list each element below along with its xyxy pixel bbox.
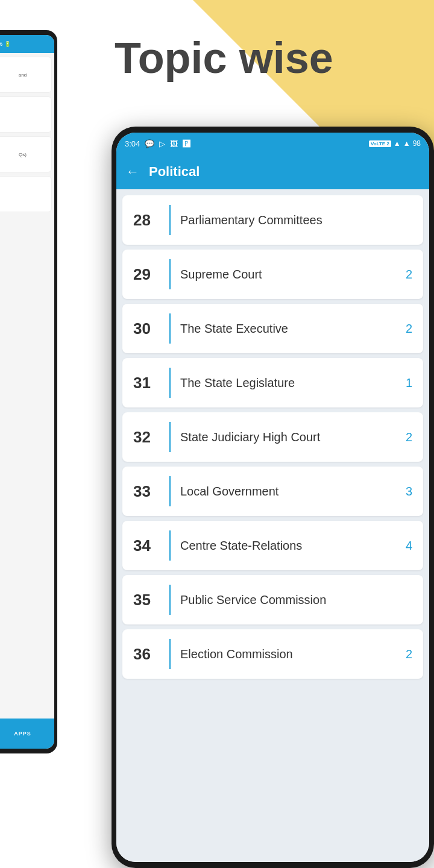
app-bar: ← Political: [116, 154, 429, 189]
left-phone-status-bar: 8% 🔋: [0, 35, 54, 53]
time-display: 3:04: [125, 139, 140, 148]
back-button[interactable]: ←: [126, 164, 139, 180]
list-item[interactable]: 30The State Executive2: [122, 304, 423, 353]
item-count: 4: [406, 539, 412, 553]
item-title: Local Government: [180, 485, 406, 498]
main-phone-screen: 3:04 💬 ▷ 🖼 🅿 VoLTE 2 ▲ ▲ 98 ← Political …: [116, 133, 429, 862]
item-title: Supreme Court: [180, 268, 406, 281]
item-divider: [169, 639, 171, 669]
item-divider: [169, 368, 171, 398]
status-bar-left: 3:04 💬 ▷ 🖼 🅿: [125, 139, 190, 148]
list-item[interactable]: 35Public Service Commission: [122, 575, 423, 624]
item-title: State Judiciary High Court: [180, 430, 406, 444]
left-phone-screen: 8% 🔋 and Qs) APPS: [0, 35, 54, 749]
item-count: 2: [406, 322, 412, 336]
signal-icon: ▲: [394, 139, 401, 148]
item-number: 34: [133, 536, 160, 555]
list-item[interactable]: 32State Judiciary High Court2: [122, 412, 423, 462]
item-divider: [169, 585, 171, 615]
status-bar-right: VoLTE 2 ▲ ▲ 98: [369, 139, 421, 148]
battery-display: 98: [413, 139, 421, 148]
list-item[interactable]: 36Election Commission2: [122, 629, 423, 679]
item-title: Centre State-Relations: [180, 539, 406, 553]
item-title: Public Service Commission: [180, 593, 412, 607]
item-title: Parliamentary Committees: [180, 213, 412, 227]
app-bar-title: Political: [149, 164, 200, 180]
page-heading: Topic wise: [115, 33, 333, 83]
item-divider: [169, 476, 171, 506]
left-phone-item-1: and: [0, 57, 52, 93]
list-item[interactable]: 33Local Government3: [122, 467, 423, 516]
volte-badge: VoLTE 2: [369, 140, 391, 147]
item-divider: [169, 530, 171, 561]
item-number: 32: [133, 428, 160, 447]
item-count: 3: [406, 485, 412, 498]
item-divider: [169, 205, 171, 235]
item-divider: [169, 422, 171, 452]
item-number: 29: [133, 265, 160, 284]
topic-list: 28Parliamentary Committees29Supreme Cour…: [116, 189, 429, 862]
main-phone: 3:04 💬 ▷ 🖼 🅿 VoLTE 2 ▲ ▲ 98 ← Political …: [112, 127, 434, 868]
left-phone-status-text: 8% 🔋: [0, 41, 11, 47]
item-number: 33: [133, 482, 160, 501]
item-divider: [169, 259, 171, 289]
item-number: 28: [133, 211, 160, 230]
list-item[interactable]: 31The State Legislature1: [122, 358, 423, 407]
item-title: Election Commission: [180, 647, 406, 661]
navigation-icon: ▷: [159, 139, 165, 148]
item-number: 36: [133, 645, 160, 664]
photo-icon: 🖼: [170, 139, 178, 148]
item-count: 2: [406, 647, 412, 661]
list-item[interactable]: 34Centre State-Relations4: [122, 521, 423, 570]
list-item[interactable]: 29Supreme Court2: [122, 250, 423, 299]
item-count: 2: [406, 268, 412, 281]
list-item[interactable]: 28Parliamentary Committees: [122, 195, 423, 245]
whatsapp-icon: 💬: [145, 139, 154, 148]
status-bar: 3:04 💬 ▷ 🖼 🅿 VoLTE 2 ▲ ▲ 98: [116, 133, 429, 154]
item-number: 30: [133, 319, 160, 338]
parking-icon: 🅿: [183, 139, 190, 148]
item-count: 1: [406, 376, 412, 390]
item-number: 35: [133, 591, 160, 609]
left-phone: 8% 🔋 and Qs) APPS: [0, 30, 57, 753]
item-title: The State Executive: [180, 322, 406, 336]
item-count: 2: [406, 430, 412, 444]
left-phone-item-3: Qs): [0, 136, 52, 172]
left-phone-item-2: [0, 96, 52, 133]
left-phone-item-4: [0, 176, 52, 212]
signal-icon-2: ▲: [403, 139, 410, 148]
item-title: The State Legislature: [180, 376, 406, 390]
left-phone-bottom-bar: APPS: [0, 719, 54, 749]
item-divider: [169, 313, 171, 344]
item-number: 31: [133, 374, 160, 392]
